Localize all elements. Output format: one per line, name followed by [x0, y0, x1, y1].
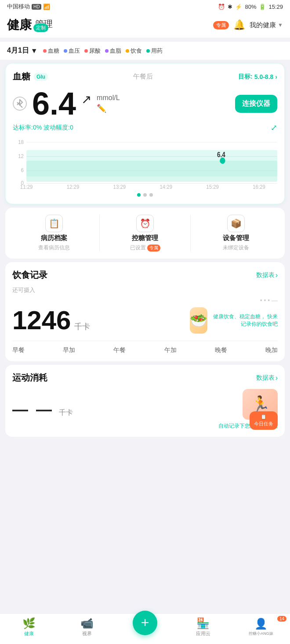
filter-tag-血糖[interactable]: 血糖	[43, 47, 59, 55]
action-sub-1: 已设置专属	[130, 244, 160, 252]
diet-main-row: 1246 千卡 • • • — 🥗 健康饮食、稳定血糖， 快来记录你的饮食吧	[12, 297, 278, 334]
filter-tag-血压[interactable]: 血压	[64, 47, 80, 55]
blood-sugar-title: 血糖	[13, 71, 30, 83]
quick-action-0[interactable]: 📋 病历档案 查看病历信息	[9, 215, 99, 252]
exclusive-badge: 专属	[213, 21, 229, 29]
status-left: 中国移动 HD 📶	[7, 3, 50, 11]
diet-calorie-value: 1246	[12, 306, 71, 335]
date-selector[interactable]: 4月1日 ▼	[7, 46, 38, 55]
diet-promo-image: 🥗	[190, 307, 207, 334]
svg-text:6.4: 6.4	[217, 151, 226, 158]
action-sub-2: 未绑定设备	[223, 244, 249, 252]
connect-device-button[interactable]: 连接仪器	[235, 95, 277, 113]
filter-tag-尿酸[interactable]: 尿酸	[84, 47, 101, 55]
meal-tab-午餐[interactable]: 午餐	[113, 346, 126, 354]
action-title-1: 控糖管理	[132, 234, 158, 242]
diet-promo-text: 健康饮食、稳定血糖， 快来记录你的饮食吧	[211, 313, 278, 328]
diet-link-arrow-icon: ›	[276, 271, 278, 279]
blood-sugar-chart: 6.4 11:29 12:29 13:29 14:29 15:29 16:29 …	[13, 137, 277, 190]
dot-indicator-2[interactable]	[143, 193, 147, 197]
task-label: 今日任务	[254, 421, 273, 427]
quick-action-1[interactable]: ⏰ 控糖管理 已设置专属	[99, 215, 190, 252]
diet-record-header: 饮食记录 数据表 ›	[12, 269, 278, 281]
dot-indicator-1[interactable]	[137, 193, 141, 197]
app-title: 健康	[7, 17, 32, 33]
dot-indicator-3[interactable]	[149, 193, 153, 197]
action-icon-2: 📦	[227, 215, 245, 232]
quick-action-2[interactable]: 📦 设备管理 未绑定设备	[190, 215, 281, 252]
filter-tag-饮食[interactable]: 饮食	[126, 47, 142, 55]
bell-icon[interactable]: 🔔	[233, 19, 245, 31]
nav-item-profile[interactable]: 👤 14 控糖小ANG妹	[232, 618, 290, 637]
diet-data-table-link[interactable]: 数据表 ›	[256, 271, 278, 279]
date-label: 4月1日	[7, 46, 29, 55]
meal-tab-早餐[interactable]: 早餐	[12, 346, 25, 354]
diet-promo-block: • • • — 🥗 健康饮食、稳定血糖， 快来记录你的饮食吧	[190, 297, 278, 334]
health-nav-icon: 🌿	[22, 617, 36, 630]
exercise-record-title: 运动消耗	[12, 372, 47, 384]
action-title-0: 病历档案	[41, 234, 67, 242]
unit-edit-group: mmol/L ✏️	[97, 94, 120, 113]
svg-text:15:29: 15:29	[206, 183, 219, 190]
quick-actions-bar: 📋 病历档案 查看病历信息 ⏰ 控糖管理 已设置专属 📦 设备管理 未绑定设备	[5, 208, 285, 259]
battery-label: 80%	[245, 4, 256, 10]
expand-icon[interactable]: ⤢	[271, 123, 277, 133]
diet-value-block: 1246 千卡	[12, 307, 183, 334]
exercise-link-arrow-icon: ›	[276, 374, 278, 382]
target-button[interactable]: 目标: 5.0-8.8 ›	[238, 73, 277, 81]
nav-item-vision[interactable]: 📹 视界	[58, 617, 116, 637]
wifi-icon: ⚡	[235, 4, 242, 10]
header-right: 专属 🔔 我的健康 ▼	[213, 19, 283, 31]
meal-time-label: 午餐后	[133, 72, 153, 81]
svg-text:14:29: 14:29	[160, 183, 172, 190]
chart-svg: 6.4 11:29 12:29 13:29 14:29 15:29 16:29 …	[13, 137, 277, 190]
svg-text:16:29: 16:29	[253, 183, 265, 190]
edit-icon[interactable]: ✏️	[97, 104, 120, 113]
exercise-record-card: 运动消耗 数据表 › — — 千卡 🏃 自动记录下您的 运动消耗 📋 今日任务	[5, 365, 285, 437]
add-icon: +	[141, 615, 149, 631]
date-filter-bar: 4月1日 ▼ 血糖血压尿酸血脂饮食用药	[0, 42, 290, 60]
date-chevron-icon: ▼	[31, 47, 38, 55]
svg-point-6	[220, 158, 225, 164]
action-sub-0: 查看病历信息	[38, 244, 70, 252]
target-label: 目标:	[238, 73, 253, 81]
meal-tab-午加[interactable]: 午加	[164, 346, 177, 354]
add-button[interactable]: +	[133, 611, 157, 635]
battery-icon: 🔋	[259, 4, 266, 10]
exercise-calorie-value: — —	[12, 400, 54, 418]
svg-rect-5	[26, 161, 277, 182]
exercise-data-table-link[interactable]: 数据表 ›	[256, 374, 278, 382]
filter-tag-用药[interactable]: 用药	[146, 47, 163, 55]
meal-tab-晚加[interactable]: 晚加	[265, 346, 278, 354]
meal-tab-早加[interactable]: 早加	[63, 346, 75, 354]
card-header: 血糖 Glu 午餐后 目标: 5.0-8.8 ›	[13, 71, 277, 83]
dot-indicators	[13, 193, 277, 197]
nav-item-add[interactable]: +	[116, 619, 174, 635]
nav-item-health[interactable]: 🌿 健康	[0, 617, 58, 637]
customize-badge[interactable]: 定制	[33, 24, 48, 32]
profile-nav-icon: 👤	[254, 618, 268, 630]
filter-tag-血脂[interactable]: 血脂	[105, 47, 121, 55]
svg-text:18: 18	[18, 139, 24, 145]
target-value: 5.0-8.8	[254, 73, 274, 80]
card-title-row: 血糖 Glu	[13, 71, 48, 83]
today-task-button[interactable]: 📋 今日任务	[250, 411, 278, 430]
diet-dot-line: • • • —	[260, 297, 278, 304]
blood-sugar-value: 6.4	[32, 88, 76, 119]
bottom-navigation: 🌿 健康 📹 视界 + 🏪 应用云 👤 14 控糖小ANG妹	[0, 613, 290, 644]
meal-tab-晚餐[interactable]: 晚餐	[215, 346, 227, 354]
my-health-button[interactable]: 我的健康 ▼	[250, 21, 283, 29]
action-icon-1: ⏰	[136, 215, 154, 232]
signal-icon: 📶	[43, 4, 50, 10]
nav-item-apps[interactable]: 🏪 应用云	[174, 617, 232, 637]
filter-tags: 血糖血压尿酸血脂饮食用药	[43, 47, 163, 55]
svg-text:13:29: 13:29	[113, 183, 126, 190]
apps-nav-icon: 🏪	[196, 617, 210, 630]
bluetooth-icon	[13, 97, 27, 111]
health-nav-label: 健康	[24, 630, 34, 637]
bluetooth-status-icon: ✱	[228, 4, 232, 10]
meal-tabs: 早餐早加午餐午加晚餐晚加	[12, 341, 278, 354]
svg-text:0: 0	[21, 180, 24, 186]
trend-arrow-icon: ↗	[81, 92, 91, 107]
carrier-label: 中国移动	[7, 3, 30, 11]
